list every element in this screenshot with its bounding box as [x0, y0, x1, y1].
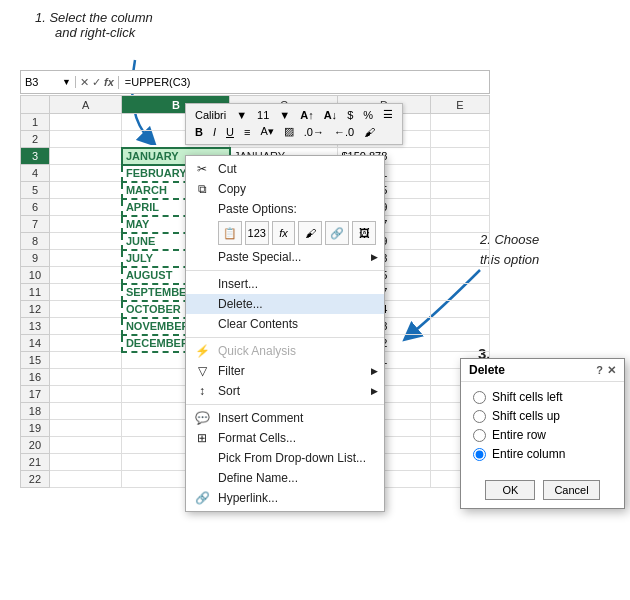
cell-a[interactable] [49, 301, 121, 318]
radio-shift-left-input[interactable] [473, 391, 486, 404]
paste-icon-123[interactable]: 123 [245, 221, 269, 245]
paste-icon-clipboard[interactable]: 📋 [218, 221, 242, 245]
paste-icon-fx[interactable]: fx [272, 221, 296, 245]
cell-a[interactable] [49, 216, 121, 233]
radio-entire-col[interactable]: Entire column [473, 447, 612, 461]
cell-e[interactable] [430, 114, 489, 131]
hyperlink-label: Hyperlink... [218, 491, 278, 505]
menu-item-filter[interactable]: ▽ Filter [186, 361, 384, 381]
radio-shift-up[interactable]: Shift cells up [473, 409, 612, 423]
font-name[interactable]: Calibri [192, 108, 229, 122]
cell-e[interactable] [430, 216, 489, 233]
cell-e[interactable] [430, 250, 489, 267]
ribbon-inc-places[interactable]: ←.0 [331, 125, 357, 139]
cell-a[interactable] [49, 369, 121, 386]
cell-a[interactable] [49, 352, 121, 369]
cell-e[interactable] [430, 165, 489, 182]
highlight-btn[interactable]: ▨ [281, 124, 297, 139]
cell-a[interactable] [49, 284, 121, 301]
menu-item-paste-header: Paste Options: [186, 199, 384, 219]
menu-item-copy[interactable]: ⧉ Copy [186, 179, 384, 199]
menu-item-insert-comment[interactable]: 💬 Insert Comment [186, 408, 384, 428]
fx-icon[interactable]: fx [104, 76, 114, 88]
cell-a[interactable] [49, 318, 121, 335]
ribbon-comma[interactable]: ☰ [380, 107, 396, 122]
cell-e[interactable] [430, 284, 489, 301]
cell-a[interactable] [49, 148, 121, 165]
cell-e[interactable] [430, 199, 489, 216]
row-number: 3 [21, 148, 50, 165]
cell-a[interactable] [49, 114, 121, 131]
formula-bar: B3 ▼ ✕ ✓ fx =UPPER(C3) [20, 70, 490, 94]
increase-font-icon[interactable]: A↑ [297, 108, 316, 122]
cell-e[interactable] [430, 301, 489, 318]
ribbon-format-painter[interactable]: 🖌 [361, 125, 378, 139]
radio-shift-left[interactable]: Shift cells left [473, 390, 612, 404]
underline-btn[interactable]: U [223, 125, 237, 139]
cancel-button[interactable]: Cancel [543, 480, 599, 500]
font-size[interactable]: 11 [254, 108, 272, 122]
cell-a[interactable] [49, 403, 121, 420]
cell-e[interactable] [430, 318, 489, 335]
menu-item-insert[interactable]: Insert... [186, 274, 384, 294]
paste-icon-link[interactable]: 🔗 [325, 221, 349, 245]
menu-item-define-name[interactable]: Define Name... [186, 468, 384, 488]
cell-e[interactable] [430, 148, 489, 165]
cell-a[interactable] [49, 437, 121, 454]
copy-label: Copy [218, 182, 246, 196]
cell-a[interactable] [49, 420, 121, 437]
bold-btn[interactable]: B [192, 125, 206, 139]
ribbon-dec-places[interactable]: .0→ [301, 125, 327, 139]
italic-btn[interactable]: I [210, 125, 219, 139]
decrease-font-icon[interactable]: A↓ [321, 108, 340, 122]
menu-item-hyperlink[interactable]: 🔗 Hyperlink... [186, 488, 384, 508]
ribbon-dollar[interactable]: $ [344, 108, 356, 122]
menu-item-clear[interactable]: Clear Contents [186, 314, 384, 334]
confirm-formula-icon[interactable]: ✓ [92, 76, 101, 89]
cell-e[interactable] [430, 233, 489, 250]
radio-entire-row[interactable]: Entire row [473, 428, 612, 442]
cell-a[interactable] [49, 386, 121, 403]
menu-item-format-cells[interactable]: ⊞ Format Cells... [186, 428, 384, 448]
menu-item-paste-special[interactable]: Paste Special... ▶ [186, 247, 384, 267]
cell-a[interactable] [49, 471, 121, 488]
cell-e[interactable] [430, 267, 489, 284]
cell-e[interactable] [430, 131, 489, 148]
formula-input[interactable]: =UPPER(C3) [119, 76, 489, 88]
menu-item-pick-dropdown[interactable]: Pick From Drop-down List... [186, 448, 384, 468]
cell-a[interactable] [49, 199, 121, 216]
cell-e[interactable] [430, 182, 489, 199]
filter-icon: ▽ [194, 364, 210, 378]
menu-item-delete[interactable]: Delete... [186, 294, 384, 314]
col-header-e[interactable]: E [430, 96, 489, 114]
paste-icon-picture[interactable]: 🖼 [352, 221, 376, 245]
dialog-close-icon[interactable]: ✕ [607, 364, 616, 377]
menu-sep3 [186, 404, 384, 405]
cell-reference[interactable]: B3 ▼ [21, 76, 76, 88]
cell-a[interactable] [49, 267, 121, 284]
col-header-a[interactable]: A [49, 96, 121, 114]
ok-button[interactable]: OK [485, 480, 535, 500]
row-number: 7 [21, 216, 50, 233]
cancel-formula-icon[interactable]: ✕ [80, 76, 89, 89]
cell-a[interactable] [49, 335, 121, 352]
menu-item-sort[interactable]: ↕ Sort [186, 381, 384, 401]
corner-cell [21, 96, 50, 114]
radio-entire-row-input[interactable] [473, 429, 486, 442]
cell-a[interactable] [49, 165, 121, 182]
dialog-help-icon[interactable]: ? [596, 364, 603, 376]
radio-entire-col-input[interactable] [473, 448, 486, 461]
ribbon-percent[interactable]: % [360, 108, 376, 122]
color-btn[interactable]: A▾ [257, 124, 276, 139]
radio-shift-up-input[interactable] [473, 410, 486, 423]
cell-a[interactable] [49, 182, 121, 199]
paste-icon-format[interactable]: 🖌 [298, 221, 322, 245]
align-btn[interactable]: ≡ [241, 125, 253, 139]
menu-item-cut[interactable]: ✂ Cut [186, 159, 384, 179]
cell-a[interactable] [49, 250, 121, 267]
cell-a[interactable] [49, 233, 121, 250]
cell-e[interactable] [430, 335, 489, 352]
cell-a[interactable] [49, 131, 121, 148]
cell-a[interactable] [49, 454, 121, 471]
quick-analysis-label: Quick Analysis [218, 344, 296, 358]
